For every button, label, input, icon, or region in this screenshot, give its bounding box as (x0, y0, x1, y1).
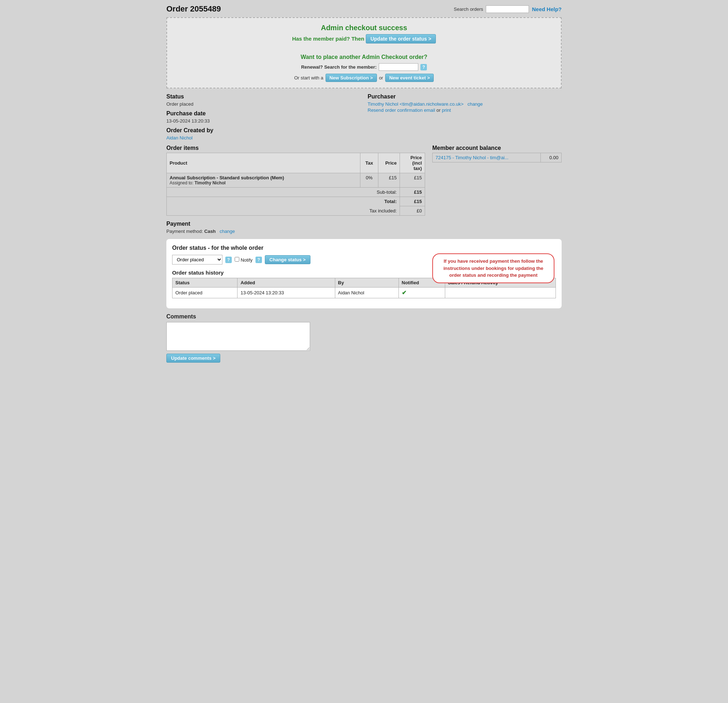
update-comments-button[interactable]: Update comments > (166, 354, 220, 363)
comments-header: Comments (166, 313, 562, 320)
page-wrapper: Order 2055489 Search orders Need Help? A… (166, 4, 562, 363)
paid-question-text: Has the member paid? Then Update the ord… (173, 34, 555, 43)
member-balance-header: Member account balance (432, 145, 562, 151)
warning-bubble: If you have received payment then follow… (432, 253, 555, 283)
subtotal-label: Sub-total: (167, 188, 400, 197)
renewal-row: Renewal? Search for the member: ? (173, 63, 555, 71)
update-order-status-button[interactable]: Update the order status > (366, 34, 436, 43)
order-items-header: Order items (166, 145, 425, 151)
status-header: Status (166, 93, 360, 100)
need-help-link[interactable]: Need Help? (532, 6, 562, 12)
or-start-label: Or start with a (294, 75, 324, 81)
purchaser-change-link[interactable]: change (468, 101, 483, 107)
tax-cell: 0% (360, 173, 378, 188)
order-items-main: Order items Product Tax Price Price(incl… (166, 145, 425, 216)
items-table: Product Tax Price Price(incl tax) Annual… (166, 153, 425, 216)
tax-included-row: Tax included: £0 (167, 206, 425, 216)
comments-section: Comments Update comments > (166, 313, 562, 363)
payment-change-link[interactable]: change (220, 229, 235, 234)
history-col-status: Status (172, 278, 237, 288)
col-product: Product (167, 153, 360, 173)
notify-label: Notify (235, 257, 253, 263)
or-label: or (379, 75, 383, 81)
history-by-cell: Aidan Nichol (335, 288, 399, 298)
tax-included-value: £0 (400, 206, 425, 216)
history-col-by: By (335, 278, 399, 288)
print-link[interactable]: print (442, 107, 451, 113)
balance-row: 724175 - Timothy Nichol - tim@ai... 0.00 (433, 153, 562, 162)
history-added-cell: 13-05-2024 13:20:33 (237, 288, 335, 298)
col-price: Price (378, 153, 400, 173)
history-status-cell: Order placed (172, 288, 237, 298)
status-col: Status Order placed Purchase date 13-05-… (166, 93, 360, 141)
balance-value: 0.00 (541, 153, 562, 162)
status-value: Order placed (166, 101, 360, 107)
payment-method-value: Cash (204, 229, 216, 234)
notify-help-icon[interactable]: ? (256, 257, 262, 263)
another-order-text: Want to place another Admin Checkout ord… (173, 54, 555, 61)
history-notified-cell: ✔ (399, 288, 445, 298)
history-sales-cell (445, 288, 556, 298)
resend-row: Resend order confirmation email or print (368, 107, 562, 113)
header-right: Search orders Need Help? (454, 6, 562, 13)
total-row: Total: £15 (167, 197, 425, 206)
tax-included-label: Tax included: (167, 206, 400, 216)
order-created-by-link[interactable]: Aidan Nichol (166, 135, 360, 140)
comments-textarea[interactable] (166, 322, 310, 351)
items-table-header-row: Product Tax Price Price(incl tax) (167, 153, 425, 173)
status-select[interactable]: Order placed (172, 255, 222, 265)
assigned-to: Assigned to: Timothy Nichol (170, 181, 357, 185)
notify-checkbox[interactable] (235, 257, 239, 262)
order-created-header: Order Created by (166, 127, 360, 134)
order-items-section: Order items Product Tax Price Price(incl… (166, 145, 562, 216)
renewal-help-icon[interactable]: ? (420, 64, 427, 71)
status-purchaser-section: Status Order placed Purchase date 13-05-… (166, 93, 562, 141)
purchase-date-header: Purchase date (166, 110, 360, 117)
payment-section: Payment Payment method: Cash change (166, 221, 562, 234)
payment-method-row: Payment method: Cash change (166, 229, 562, 234)
price-incl-tax-cell: £15 (400, 173, 425, 188)
order-status-header: Order status - for the whole order (172, 245, 556, 251)
renewal-label: Renewal? Search for the member: (301, 64, 377, 70)
table-row: Order placed 13-05-2024 13:20:33 Aidan N… (172, 288, 556, 298)
page-header: Order 2055489 Search orders Need Help? (166, 4, 562, 14)
history-col-added: Added (237, 278, 335, 288)
change-status-button[interactable]: Change status > (265, 255, 311, 264)
new-subscription-button[interactable]: New Subscription > (325, 74, 377, 82)
table-row: Annual Subscription - Standard subscript… (167, 173, 425, 188)
order-status-box: Order status - for the whole order Order… (166, 239, 562, 308)
or-start-row: Or start with a New Subscription > or Ne… (173, 74, 555, 82)
col-tax: Tax (360, 153, 378, 173)
status-help-icon[interactable]: ? (225, 257, 232, 263)
balance-table: 724175 - Timothy Nichol - tim@ai... 0.00 (432, 153, 562, 162)
col-price-incl: Price(incl tax) (400, 153, 425, 173)
admin-banner: Admin checkout success Has the member pa… (166, 17, 562, 88)
product-name: Annual Subscription - Standard subscript… (170, 175, 357, 181)
purchaser-col: Purchaser Timothy Nichol <tim@aidan.nich… (368, 93, 562, 141)
balance-account-label[interactable]: 724175 - Timothy Nichol - tim@ai... (433, 153, 541, 162)
payment-method-label: Payment method: (166, 229, 203, 234)
total-value: £15 (400, 197, 425, 206)
price-cell: £15 (378, 173, 400, 188)
checkout-success-text: Admin checkout success (173, 24, 555, 32)
page-title: Order 2055489 (166, 4, 221, 14)
purchase-date-value: 13-05-2024 13:20:33 (166, 118, 360, 124)
subtotal-row: Sub-total: £15 (167, 188, 425, 197)
purchaser-name-row: Timothy Nichol <tim@aidan.nicholware.co.… (368, 101, 562, 107)
subtotal-value: £15 (400, 188, 425, 197)
new-event-ticket-button[interactable]: New event ticket > (385, 74, 434, 82)
product-cell: Annual Subscription - Standard subscript… (167, 173, 360, 188)
renewal-search-input[interactable] (379, 63, 418, 71)
purchaser-name-link[interactable]: Timothy Nichol <tim@aidan.nicholware.co.… (368, 101, 464, 107)
payment-header: Payment (166, 221, 562, 227)
purchaser-header: Purchaser (368, 93, 562, 100)
member-balance-section: Member account balance 724175 - Timothy … (432, 145, 562, 162)
notified-checkmark: ✔ (402, 290, 406, 296)
resend-email-link[interactable]: Resend order confirmation email (368, 107, 436, 113)
search-orders-input[interactable] (486, 6, 529, 13)
search-label: Search orders (454, 6, 483, 12)
total-label: Total: (167, 197, 400, 206)
